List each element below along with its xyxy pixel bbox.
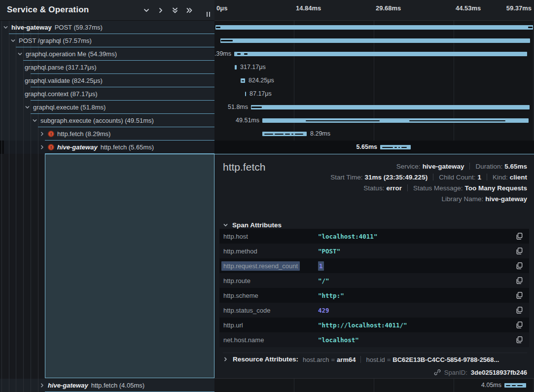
error-icon: ! [48, 144, 54, 150]
child-span-mark [264, 134, 273, 135]
span-row-hive-gateway-http-fetch-5-65ms[interactable]: !hive-gatewayhttp.fetch (5.65ms) [0, 141, 214, 154]
span-duration-label: 317.17μs [240, 61, 266, 74]
span-row-graphql-operation-me-54-39ms[interactable]: graphql.operation Me (54.39ms) [0, 47, 214, 61]
attribute-row-net-host-name[interactable]: net.host.name"localhost" [219, 332, 529, 347]
span-duration-label: 824.25μs [249, 74, 274, 87]
attribute-row-http-status-code[interactable]: http.status_code429 [219, 303, 529, 318]
meta-label: Status Message: [413, 184, 463, 192]
chevron-right-icon[interactable] [39, 131, 45, 137]
chevron-down-icon[interactable] [10, 38, 16, 43]
row-divider [16, 47, 214, 47]
span-id-label: SpanID: [444, 369, 467, 376]
chevron-down-icon[interactable] [32, 118, 37, 123]
resource-attributes-row[interactable]: Resource Attributes: host.arch=arm64host… [223, 353, 527, 365]
row-divider [45, 140, 214, 141]
span-row-graphql-validate-824-25-s[interactable]: graphql.validate (824.25μs) [0, 74, 214, 87]
span-bar[interactable] [251, 105, 530, 109]
double-chevron-down-icon[interactable] [172, 7, 178, 14]
span-bar[interactable] [245, 92, 246, 96]
span-bar[interactable] [215, 25, 533, 30]
waterfall-row-http-fetch-8-29ms[interactable]: 8.29ms [214, 127, 534, 141]
attribute-key: net.host.name [223, 336, 264, 344]
span-bar[interactable] [504, 383, 526, 388]
span-row-graphql-execute-51-8ms[interactable]: graphql.execute (51.8ms) [0, 101, 214, 114]
attribute-row-http-url[interactable]: http.url"http://localhost:4011/" [219, 318, 529, 332]
span-bar[interactable] [262, 118, 529, 123]
waterfall-row-graphql-validate-824-25-s[interactable]: 824.25μs [214, 74, 534, 87]
span-row-hive-gateway-http-fetch-4-05ms[interactable]: hive-gatewayhttp.fetch (4.05ms) [0, 379, 214, 392]
detail-span-title: http.fetch [223, 161, 265, 173]
child-span-mark [506, 385, 510, 386]
waterfall-row-http-fetch-4-05ms[interactable]: 4.05ms [214, 379, 534, 392]
waterfall-row-post-graphql-57-57ms[interactable] [214, 34, 534, 47]
span-bar[interactable] [262, 132, 307, 136]
copy-icon[interactable] [516, 307, 523, 314]
waterfall-row-post-59-37ms[interactable] [214, 21, 534, 34]
copy-icon[interactable] [516, 262, 523, 269]
span-id-value: 3de02518937fb246 [471, 369, 527, 376]
span-bar[interactable] [241, 78, 245, 83]
span-operation-label: subgraph.execute (accounts) (49.51ms) [40, 117, 154, 124]
span-row-graphql-parse-317-17-s[interactable]: graphql.parse (317.17μs) [0, 61, 214, 74]
row-divider [31, 113, 214, 114]
meta-label: Kind: [493, 174, 508, 181]
waterfall-row-graphql-parse-317-17-s[interactable]: 317.17μs [214, 61, 534, 74]
span-attributes-header[interactable]: Span Attributes [223, 221, 282, 229]
link-icon[interactable] [434, 369, 441, 376]
attribute-row-http-method[interactable]: http.method"POST" [219, 244, 529, 258]
span-row-hive-gateway-post-59-37ms[interactable]: hive-gatewayPOST (59.37ms) [0, 21, 214, 34]
panel-resize-handle[interactable] [207, 12, 210, 17]
span-bar[interactable] [380, 145, 411, 149]
child-span-mark [242, 80, 244, 81]
trace-viewer: Service & Operation hive-gatewayPOST (59… [0, 0, 534, 392]
meta-value: hive-gateway [423, 163, 464, 170]
chevron-right-icon[interactable] [39, 144, 45, 150]
attribute-row-http-scheme[interactable]: http.scheme"http:" [219, 288, 529, 303]
child-span-mark [251, 107, 262, 108]
waterfall-row-graphql-execute-51-8ms[interactable]: 51.8ms [214, 101, 534, 114]
waterfall-row-http-fetch-5-65ms[interactable]: 5.65ms [214, 141, 534, 154]
copy-icon[interactable] [516, 292, 523, 299]
span-row-http-fetch-8-29ms[interactable]: !http.fetch (8.29ms) [0, 127, 214, 141]
copy-icon[interactable] [516, 233, 523, 240]
copy-icon[interactable] [516, 248, 523, 254]
meta-value: hive-gateway [485, 195, 527, 203]
meta-value: 31ms (23:35:49.225) [365, 174, 428, 181]
chevron-down-icon[interactable] [3, 25, 8, 30]
span-row-subgraph-execute-accounts-49-51ms[interactable]: subgraph.execute (accounts) (49.51ms) [0, 114, 214, 127]
indent-guide [1, 21, 2, 392]
double-chevron-right-icon[interactable] [186, 7, 193, 14]
waterfall-row-subgraph-execute-accounts-49-51ms[interactable]: 49.51ms [214, 114, 534, 127]
span-row-graphql-context-87-17-s[interactable]: graphql.context (87.17μs) [0, 87, 214, 101]
waterfall-row-graphql-operation-me-54-39ms[interactable]: 54.39ms [214, 47, 534, 61]
attribute-row-http-request-resend-count[interactable]: http.request.resend_count1 [219, 258, 529, 273]
span-operation-label: graphql.operation Me (54.39ms) [26, 50, 117, 58]
child-span-mark [295, 134, 303, 135]
copy-icon[interactable] [516, 336, 523, 343]
child-span-mark [528, 27, 533, 28]
attribute-row-http-route[interactable]: http.route"/" [219, 273, 529, 288]
meta-separator [487, 174, 487, 180]
chevron-down-icon[interactable] [17, 51, 23, 57]
detail-meta-line: Service:hive-gatewayDuration:5.65ms [396, 161, 527, 172]
attribute-row-http-host[interactable]: http.host"localhost:4011" [219, 229, 529, 244]
chevron-down-icon[interactable] [25, 105, 30, 110]
attribute-key: http.host [223, 233, 248, 240]
child-span-mark [409, 120, 505, 121]
copy-icon[interactable] [516, 277, 523, 284]
span-row-post-graphql-57-57ms[interactable]: POST /graphql (57.57ms) [0, 34, 214, 47]
child-span-mark [401, 147, 407, 148]
chevron-right-icon[interactable] [39, 383, 45, 388]
span-bar[interactable] [234, 52, 527, 56]
child-span-mark [306, 120, 380, 121]
chevron-right-icon[interactable] [157, 7, 164, 14]
span-bar[interactable] [235, 65, 237, 70]
span-bar[interactable] [220, 38, 530, 43]
attribute-key: http.url [223, 321, 243, 329]
chevron-down-icon[interactable] [143, 7, 150, 14]
resource-value: BC62E13B-C4CC-5854-9788-2568... [392, 356, 499, 363]
waterfall-row-graphql-context-87-17-s[interactable]: 87.17μs [214, 87, 534, 101]
child-span-mark [216, 27, 220, 28]
attribute-key: http.request.resend_count [221, 261, 300, 271]
copy-icon[interactable] [516, 321, 523, 328]
